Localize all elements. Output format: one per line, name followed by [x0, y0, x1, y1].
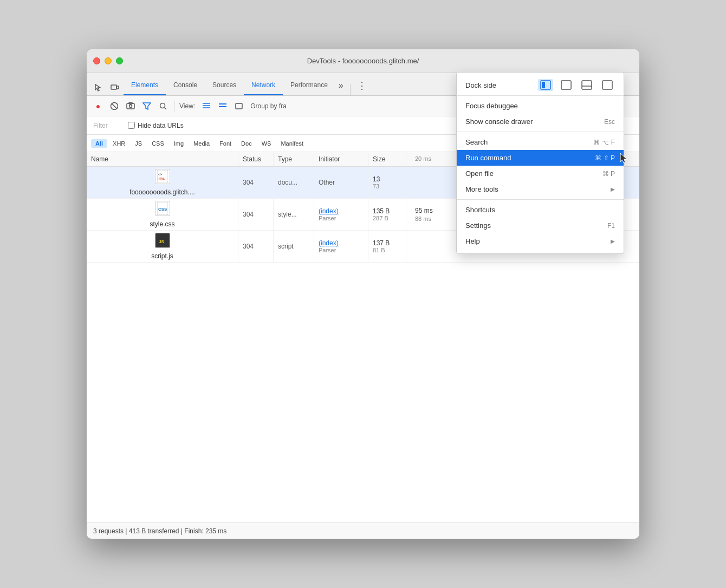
minimize-button[interactable]	[105, 57, 112, 64]
cursor-icon[interactable]	[91, 80, 106, 95]
tab-elements[interactable]: Elements	[124, 76, 166, 95]
filter-xhr[interactable]: XHR	[108, 139, 129, 148]
svg-line-9	[165, 107, 167, 109]
screenshot2-button[interactable]	[232, 99, 246, 113]
svg-point-8	[160, 103, 165, 108]
filter-media[interactable]: Media	[189, 139, 214, 148]
hide-data-urls-checkbox[interactable]	[128, 122, 135, 129]
col-initiator[interactable]: Initiator	[314, 152, 368, 166]
svg-rect-27	[561, 81, 571, 89]
filter-doc[interactable]: Doc	[237, 139, 256, 148]
traffic-lights	[93, 57, 123, 64]
more-tabs-button[interactable]: »	[335, 76, 347, 95]
menu-more-tools[interactable]: More tools ▶	[457, 181, 624, 197]
dock-bottom-button[interactable]	[579, 79, 594, 91]
svg-text:HTML: HTML	[158, 177, 165, 180]
tab-network[interactable]: Network	[244, 76, 283, 95]
filter-button[interactable]	[140, 99, 154, 113]
row-size: 13 73	[368, 167, 406, 198]
svg-rect-1	[116, 86, 119, 89]
filter-css[interactable]: CSS	[147, 139, 168, 148]
menu-item-label: Help	[465, 237, 611, 245]
toolbar-divider-1	[174, 101, 175, 112]
tab-console[interactable]: Console	[166, 76, 205, 95]
menu-item-label: Shortcuts	[465, 206, 615, 214]
titlebar: DevTools - fooooooooods.glitch.me/	[87, 49, 639, 73]
menu-item-shortcut: ⌘ ⌥ F	[593, 139, 615, 146]
menu-settings[interactable]: Settings F1	[457, 218, 624, 233]
svg-rect-26	[542, 82, 545, 88]
menu-item-label: More tools	[465, 185, 611, 193]
row-type: style...	[274, 199, 314, 230]
menu-shortcuts[interactable]: Shortcuts	[457, 202, 624, 218]
row-status: 304	[238, 199, 274, 230]
menu-item-label: Show console drawer	[465, 117, 604, 126]
row-status: 304	[238, 231, 274, 262]
dock-side-section: Dock side	[457, 75, 624, 96]
svg-marker-7	[143, 103, 151, 109]
menu-open-file[interactable]: Open file ⌘ P	[457, 166, 624, 181]
dock-left-button[interactable]	[600, 79, 615, 91]
svg-line-3	[112, 103, 117, 109]
file-icon-css: CSS	[155, 201, 170, 216]
tab-separator	[350, 84, 351, 95]
filter-manifest[interactable]: Manifest	[276, 139, 308, 148]
svg-rect-0	[111, 85, 116, 89]
hide-data-urls-label[interactable]: Hide data URLs	[128, 122, 184, 129]
svg-rect-30	[602, 81, 612, 89]
record-button[interactable]: ●	[91, 99, 105, 113]
col-type[interactable]: Type	[274, 152, 314, 166]
dock-undock-button[interactable]	[538, 79, 553, 91]
group-by-label: Group by fra	[250, 102, 287, 110]
maximize-button[interactable]	[116, 57, 123, 64]
devtools-menu-button[interactable]: ⋮	[354, 76, 370, 95]
svg-rect-28	[582, 81, 592, 89]
file-icon-js: JS	[155, 233, 170, 248]
close-button[interactable]	[93, 57, 100, 64]
dock-right-button[interactable]	[559, 79, 574, 91]
row-initiator: (index) Parser	[314, 199, 368, 230]
filter-js[interactable]: JS	[131, 139, 146, 148]
svg-text:JS: JS	[159, 239, 164, 244]
tab-sources[interactable]: Sources	[205, 76, 244, 95]
device-toggle-icon[interactable]	[107, 80, 122, 95]
menu-run-command[interactable]: Run command ⌘ ⇧ P	[457, 150, 624, 166]
status-bar: 3 requests | 413 B transferred | Finish:…	[87, 522, 639, 539]
row-initiator: Other	[314, 167, 368, 198]
dropdown-menu: Dock side	[456, 72, 624, 254]
svg-text:</>: </>	[158, 173, 162, 176]
col-status[interactable]: Status	[238, 152, 274, 166]
menu-help[interactable]: Help ▶	[457, 233, 624, 249]
col-size[interactable]: Size	[368, 152, 406, 166]
row-type: docu...	[274, 167, 314, 198]
view-large-button[interactable]	[216, 99, 230, 113]
menu-arrow-icon: ▶	[611, 238, 615, 244]
row-status: 304	[238, 167, 274, 198]
tab-performance[interactable]: Performance	[283, 76, 335, 95]
row-size: 137 B 81 B	[368, 231, 406, 262]
row-filename: fooooooooods.glitch....	[129, 188, 195, 196]
filter-ws[interactable]: WS	[257, 139, 276, 148]
row-filename: script.js	[151, 252, 173, 260]
menu-arrow-icon: ▶	[611, 186, 615, 192]
svg-point-5	[129, 104, 132, 107]
search-button[interactable]	[156, 99, 170, 113]
filter-font[interactable]: Font	[215, 139, 236, 148]
dock-icons	[538, 79, 615, 91]
col-name[interactable]: Name	[87, 152, 238, 166]
menu-search[interactable]: Search ⌘ ⌥ F	[457, 134, 624, 150]
filter-img[interactable]: Img	[170, 139, 188, 148]
status-text: 3 requests | 413 B transferred | Finish:…	[93, 527, 226, 535]
menu-focus-debuggee[interactable]: Focus debuggee	[457, 98, 624, 114]
window-title: DevTools - fooooooooods.glitch.me/	[307, 57, 419, 65]
menu-item-label: Search	[465, 138, 593, 146]
filter-all[interactable]: All	[91, 139, 107, 148]
clear-button[interactable]	[107, 99, 121, 113]
filter-placeholder[interactable]: Filter	[91, 121, 124, 130]
menu-item-shortcut: ⌘ ⇧ P	[595, 154, 615, 162]
view-list-button[interactable]	[199, 99, 213, 113]
row-name-cell: CSS style.css	[87, 199, 238, 230]
menu-show-console-drawer[interactable]: Show console drawer Esc	[457, 114, 624, 129]
screenshot-button[interactable]	[124, 99, 138, 113]
menu-section-3: Shortcuts Settings F1 Help ▶	[457, 200, 624, 251]
